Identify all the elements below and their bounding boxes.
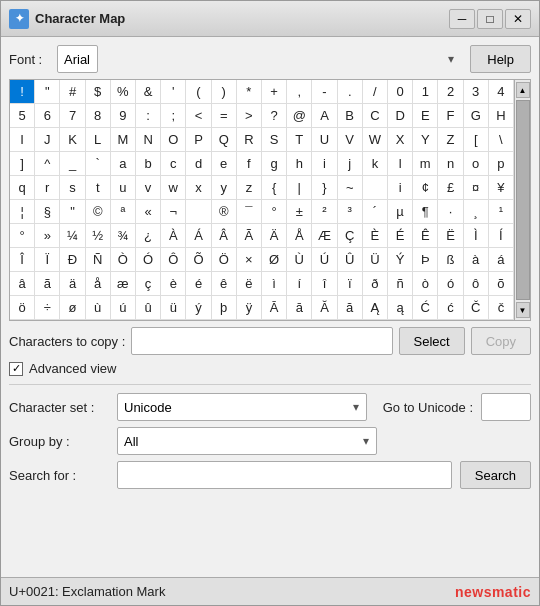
char-cell[interactable]: F bbox=[438, 104, 463, 128]
char-cell[interactable]: B bbox=[338, 104, 363, 128]
char-cell[interactable]: ä bbox=[60, 272, 85, 296]
char-cell[interactable]: þ bbox=[212, 296, 237, 320]
char-cell[interactable]: } bbox=[312, 176, 337, 200]
char-cell[interactable]: d bbox=[186, 152, 211, 176]
copy-button[interactable]: Copy bbox=[471, 327, 531, 355]
char-cell[interactable]: Ć bbox=[413, 296, 438, 320]
char-cell[interactable]: : bbox=[136, 104, 161, 128]
char-cell[interactable]: L bbox=[86, 128, 111, 152]
char-cell[interactable]: Ê bbox=[413, 224, 438, 248]
char-cell[interactable]: J bbox=[35, 128, 60, 152]
char-cell[interactable]: Y bbox=[413, 128, 438, 152]
char-cell[interactable]: ï bbox=[338, 272, 363, 296]
char-cell[interactable]: T bbox=[287, 128, 312, 152]
grid-scrollbar[interactable]: ▲ ▼ bbox=[514, 80, 530, 320]
char-cell[interactable]: D bbox=[388, 104, 413, 128]
char-cell[interactable]: Ì bbox=[464, 224, 489, 248]
char-cell[interactable]: 9 bbox=[111, 104, 136, 128]
char-cell[interactable]: c bbox=[161, 152, 186, 176]
char-cell[interactable]: Ä bbox=[262, 224, 287, 248]
char-cell[interactable]: N bbox=[136, 128, 161, 152]
advanced-view-checkbox[interactable]: ✓ bbox=[9, 362, 23, 376]
char-cell[interactable]: ¿ bbox=[136, 224, 161, 248]
char-cell[interactable]: R bbox=[237, 128, 262, 152]
char-cell[interactable]: O bbox=[161, 128, 186, 152]
char-cell[interactable]: ; bbox=[161, 104, 186, 128]
char-cell[interactable]: ] bbox=[10, 152, 35, 176]
advanced-view-label[interactable]: Advanced view bbox=[29, 361, 116, 376]
char-cell[interactable]: ( bbox=[186, 80, 211, 104]
char-cell[interactable]: s bbox=[60, 176, 85, 200]
char-cell[interactable]: t bbox=[86, 176, 111, 200]
char-cell[interactable]: ā bbox=[287, 296, 312, 320]
char-cell[interactable]: f bbox=[237, 152, 262, 176]
char-cell[interactable]: i bbox=[312, 152, 337, 176]
char-cell[interactable]: Ð bbox=[60, 248, 85, 272]
char-cell[interactable]: 8 bbox=[86, 104, 111, 128]
char-cell[interactable]: Í bbox=[489, 224, 514, 248]
char-cell[interactable]: £ bbox=[438, 176, 463, 200]
maximize-button[interactable]: □ bbox=[477, 9, 503, 29]
char-cell[interactable]: 3 bbox=[464, 80, 489, 104]
char-cell[interactable]: y bbox=[212, 176, 237, 200]
char-cell[interactable]: æ bbox=[111, 272, 136, 296]
char-cell[interactable]: Ç bbox=[338, 224, 363, 248]
scrollbar-up-button[interactable]: ▲ bbox=[516, 82, 530, 98]
char-cell[interactable]: 7 bbox=[60, 104, 85, 128]
char-cell[interactable]: à bbox=[464, 248, 489, 272]
char-cell[interactable]: Á bbox=[186, 224, 211, 248]
char-cell[interactable] bbox=[363, 176, 388, 200]
char-cell[interactable]: 1 bbox=[413, 80, 438, 104]
char-cell[interactable]: ± bbox=[287, 200, 312, 224]
char-cell[interactable]: Ü bbox=[363, 248, 388, 272]
char-cell[interactable]: ® bbox=[212, 200, 237, 224]
char-cell[interactable]: ¤ bbox=[464, 176, 489, 200]
char-cell[interactable]: ª bbox=[111, 200, 136, 224]
scrollbar-down-button[interactable]: ▼ bbox=[516, 302, 530, 318]
search-button[interactable]: Search bbox=[460, 461, 531, 489]
char-cell[interactable]: Ă bbox=[312, 296, 337, 320]
char-cell[interactable]: " bbox=[35, 80, 60, 104]
char-cell[interactable]: Ú bbox=[312, 248, 337, 272]
char-cell[interactable]: w bbox=[161, 176, 186, 200]
char-cell[interactable]: q bbox=[10, 176, 35, 200]
minimize-button[interactable]: ─ bbox=[449, 9, 475, 29]
char-cell[interactable]: u bbox=[111, 176, 136, 200]
char-cell[interactable]: ¢ bbox=[413, 176, 438, 200]
char-cell[interactable]: È bbox=[363, 224, 388, 248]
char-cell[interactable]: Û bbox=[338, 248, 363, 272]
char-cell[interactable]: ă bbox=[338, 296, 363, 320]
char-cell[interactable]: [ bbox=[464, 128, 489, 152]
char-cell[interactable]: ` bbox=[86, 152, 111, 176]
char-cell[interactable]: ¸ bbox=[464, 200, 489, 224]
char-cell[interactable]: Ñ bbox=[86, 248, 111, 272]
char-cell[interactable]: ³ bbox=[338, 200, 363, 224]
char-cell[interactable]: a bbox=[111, 152, 136, 176]
char-cell[interactable]: Ā bbox=[262, 296, 287, 320]
char-cell[interactable]: Æ bbox=[312, 224, 337, 248]
char-cell[interactable]: ü bbox=[161, 296, 186, 320]
char-cell[interactable]: g bbox=[262, 152, 287, 176]
char-cell[interactable]: 4 bbox=[489, 80, 514, 104]
close-button[interactable]: ✕ bbox=[505, 9, 531, 29]
char-cell[interactable]: & bbox=[136, 80, 161, 104]
char-cell[interactable]: 0 bbox=[388, 80, 413, 104]
scrollbar-thumb[interactable] bbox=[516, 100, 530, 300]
char-cell[interactable]: × bbox=[237, 248, 262, 272]
char-cell[interactable]: µ bbox=[388, 200, 413, 224]
char-cell[interactable]: ¼ bbox=[60, 224, 85, 248]
char-cell[interactable]: ð bbox=[363, 272, 388, 296]
char-cell[interactable]: v bbox=[136, 176, 161, 200]
char-cell[interactable]: r bbox=[35, 176, 60, 200]
char-cell[interactable]: % bbox=[111, 80, 136, 104]
char-cell[interactable]: Ò bbox=[111, 248, 136, 272]
char-cell[interactable]: - bbox=[312, 80, 337, 104]
char-cell[interactable]: p bbox=[489, 152, 514, 176]
char-cell[interactable]: ¯ bbox=[237, 200, 262, 224]
char-cell[interactable]: ô bbox=[464, 272, 489, 296]
char-cell[interactable]: ¶ bbox=[413, 200, 438, 224]
char-cell[interactable]: S bbox=[262, 128, 287, 152]
char-cell[interactable]: ë bbox=[237, 272, 262, 296]
char-cell[interactable]: ñ bbox=[388, 272, 413, 296]
char-cell[interactable]: o bbox=[464, 152, 489, 176]
